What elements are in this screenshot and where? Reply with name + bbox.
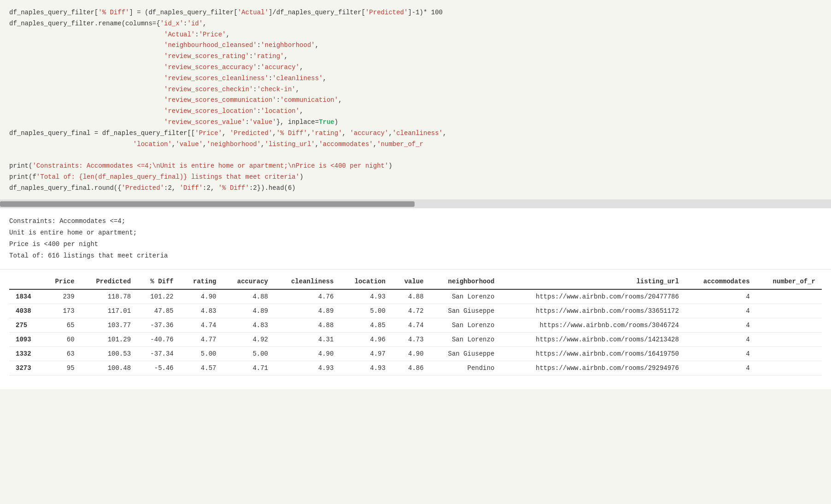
- table-cell: -40.76: [137, 333, 180, 347]
- th-price: Price: [43, 274, 81, 289]
- code-line-3c: 'review_scores_rating':'rating',: [9, 51, 822, 62]
- code-line-3b: 'neighbourhood_cleansed':'neighborhood',: [9, 40, 822, 51]
- table-cell: https://www.airbnb.com/rooms/14213428: [501, 333, 685, 347]
- table-cell: 95: [43, 361, 81, 375]
- table-cell: 100.48: [81, 361, 137, 375]
- table-cell: 4.77: [180, 333, 223, 347]
- table-cell: 4.90: [275, 347, 340, 361]
- table-cell: https://www.airbnb.com/rooms/16419750: [501, 347, 685, 361]
- table-cell: San Giuseppe: [430, 347, 501, 361]
- table-cell: 4.93: [340, 289, 392, 304]
- output-line-1: Constraints: Accommodates <=4;: [9, 216, 822, 227]
- table-cell: 101.22: [137, 289, 180, 304]
- code-line-3i: 'review_scores_value':'value'}, inplace=…: [9, 117, 822, 128]
- table-row: 133263100.53-37.345.005.004.904.974.90Sa…: [9, 347, 822, 361]
- scrollbar-thumb[interactable]: [0, 201, 415, 207]
- table-cell: 5.00: [222, 347, 275, 361]
- table-cell: 173: [43, 304, 81, 318]
- table-cell: 1834: [9, 289, 43, 304]
- table-cell: 4.89: [222, 304, 275, 318]
- table-cell: 4.71: [222, 361, 275, 375]
- table-row: 1834239118.78101.224.904.884.764.934.88S…: [9, 289, 822, 304]
- dataframe-table-container: Price Predicted % Diff rating accuracy c…: [0, 270, 831, 389]
- table-cell: 4: [685, 333, 756, 347]
- table-cell: 4.88: [275, 318, 340, 333]
- table-cell: 60: [43, 333, 81, 347]
- table-cell: 239: [43, 289, 81, 304]
- table-cell: 4: [685, 289, 756, 304]
- table-cell: 4.88: [222, 289, 275, 304]
- table-cell: [756, 361, 822, 375]
- table-row: 27565103.77-37.364.744.834.884.854.74San…: [9, 318, 822, 333]
- table-cell: 3273: [9, 361, 43, 375]
- table-cell: [756, 333, 822, 347]
- table-cell: 4: [685, 318, 756, 333]
- th-number-of-r: number_of_r: [756, 274, 822, 289]
- table-cell: 117.01: [81, 304, 137, 318]
- table-cell: 101.29: [81, 333, 137, 347]
- table-cell: 4.85: [340, 318, 392, 333]
- horizontal-scrollbar[interactable]: [0, 200, 831, 208]
- table-cell: 103.77: [81, 318, 137, 333]
- output-line-4: Total of: 616 listings that meet criteri…: [9, 250, 822, 262]
- table-cell: [756, 318, 822, 333]
- table-cell: 4: [685, 361, 756, 375]
- table-cell: 4.57: [180, 361, 223, 375]
- table-cell: -37.36: [137, 318, 180, 333]
- table-row: 327395100.48-5.464.574.714.934.934.86Pen…: [9, 361, 822, 375]
- table-body: 1834239118.78101.224.904.884.764.934.88S…: [9, 289, 822, 375]
- table-cell: 4.97: [340, 347, 392, 361]
- code-line-9: df_naples_query_final.round({'Predicted'…: [9, 183, 822, 194]
- code-line-blank: [9, 150, 822, 161]
- table-cell: 4: [685, 347, 756, 361]
- table-cell: https://www.airbnb.com/rooms/29294976: [501, 361, 685, 375]
- code-line-8: print(f'Total of: {len(df_naples_query_f…: [9, 172, 822, 183]
- table-cell: San Lorenzo: [430, 318, 501, 333]
- table-cell: 118.78: [81, 289, 137, 304]
- table-cell: 63: [43, 347, 81, 361]
- th-listing-url: listing_url: [501, 274, 685, 289]
- code-block: df_naples_query_filter['% Diff'] = (df_n…: [0, 0, 831, 200]
- code-line-3a: 'Actual':'Price',: [9, 29, 822, 41]
- th-accommodates: accommodates: [685, 274, 756, 289]
- table-cell: San Lorenzo: [430, 289, 501, 304]
- table-cell: 4.31: [275, 333, 340, 347]
- table-cell: 4.83: [180, 304, 223, 318]
- table-cell: 4.90: [180, 289, 223, 304]
- table-cell: 4.74: [392, 318, 430, 333]
- th-neighborhood: neighborhood: [430, 274, 501, 289]
- code-line-3g: 'review_scores_communication':'communica…: [9, 95, 822, 106]
- th-index: [9, 274, 43, 289]
- table-cell: 4.93: [340, 361, 392, 375]
- output-line-2: Unit is entire home or apartment;: [9, 227, 822, 239]
- code-line-3d: 'review_scores_accuracy':'accuracy',: [9, 62, 822, 73]
- table-cell: 4.93: [275, 361, 340, 375]
- table-cell: San Giuseppe: [430, 304, 501, 318]
- table-cell: 65: [43, 318, 81, 333]
- dataframe-table: Price Predicted % Diff rating accuracy c…: [9, 274, 822, 375]
- code-line-3f: 'review_scores_checkin':'check-in',: [9, 84, 822, 95]
- table-cell: 4.83: [222, 318, 275, 333]
- th-predicted: Predicted: [81, 274, 137, 289]
- table-cell: 4: [685, 304, 756, 318]
- code-line-2: df_naples_query_filter.rename(columns={'…: [9, 18, 822, 29]
- table-cell: 1332: [9, 347, 43, 361]
- table-cell: 4.90: [392, 347, 430, 361]
- table-cell: 4.73: [392, 333, 430, 347]
- table-cell: Pendino: [430, 361, 501, 375]
- table-cell: 275: [9, 318, 43, 333]
- code-line-4: df_naples_query_final = df_naples_query_…: [9, 128, 822, 139]
- table-cell: 4.74: [180, 318, 223, 333]
- table-row: 4038173117.0147.854.834.894.895.004.72Sa…: [9, 304, 822, 318]
- code-line-3e: 'review_scores_cleanliness':'cleanliness…: [9, 73, 822, 84]
- table-cell: 4.92: [222, 333, 275, 347]
- table-cell: 4.89: [275, 304, 340, 318]
- table-cell: 4.76: [275, 289, 340, 304]
- table-header-row: Price Predicted % Diff rating accuracy c…: [9, 274, 822, 289]
- table-cell: 5.00: [180, 347, 223, 361]
- table-row: 109360101.29-40.764.774.924.314.964.73Sa…: [9, 333, 822, 347]
- table-cell: 4.86: [392, 361, 430, 375]
- code-line-5: 'location','value','neighborhood','listi…: [9, 139, 822, 150]
- th-value: value: [392, 274, 430, 289]
- th-location: location: [340, 274, 392, 289]
